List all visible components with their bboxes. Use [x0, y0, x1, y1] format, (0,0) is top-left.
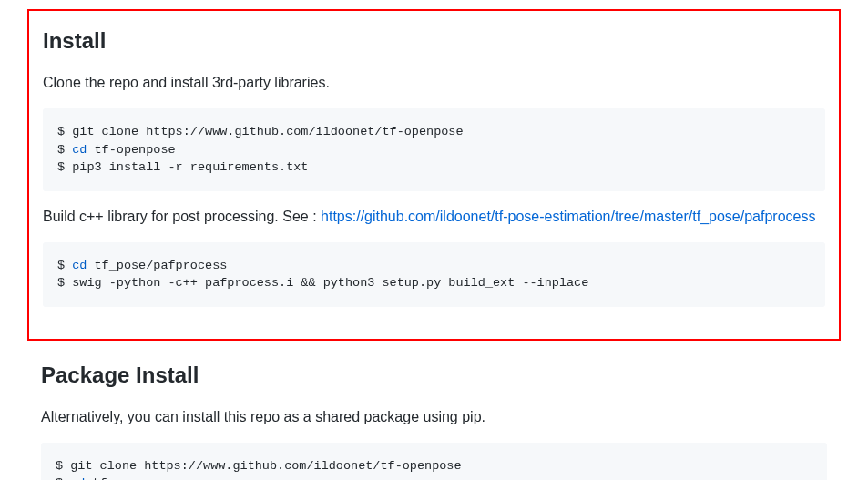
package-install-heading: Package Install: [41, 359, 827, 392]
install-code-block-1: $ git clone https://www.github.com/ildoo…: [43, 108, 825, 191]
code-text: pip3 install -r requirements.txt: [72, 160, 308, 174]
shell-prompt: $: [57, 259, 72, 272]
document-container: Install Clone the repo and install 3rd-p…: [0, 0, 868, 480]
code-text: tf-openpose: [85, 476, 173, 480]
build-text-prefix: Build c++ library for post processing. S…: [43, 209, 321, 224]
shell-prompt: $: [57, 125, 72, 138]
code-builtin: cd: [70, 476, 85, 480]
code-text: git clone https://www.github.com/ildoone…: [70, 459, 461, 473]
install-heading: Install: [43, 25, 825, 57]
install-code-block-2: $ cd tf_pose/pafprocess$ swig -python -c…: [43, 242, 825, 307]
code-text: tf_pose/pafprocess: [87, 259, 227, 272]
shell-prompt: $: [57, 143, 72, 157]
package-install-section: Package Install Alternatively, you can i…: [41, 359, 827, 480]
install-intro-text: Clone the repo and install 3rd-party lib…: [43, 72, 825, 94]
package-install-code-block: $ git clone https://www.github.com/ildoo…: [41, 443, 827, 480]
code-text: git clone https://www.github.com/ildoone…: [72, 125, 463, 138]
code-text: swig -python -c++ pafprocess.i && python…: [72, 276, 588, 290]
code-builtin: cd: [72, 259, 87, 272]
install-highlight-box: Install Clone the repo and install 3rd-p…: [27, 9, 841, 341]
install-build-text: Build c++ library for post processing. S…: [43, 206, 825, 228]
shell-prompt: $: [56, 476, 70, 480]
package-install-intro: Alternatively, you can install this repo…: [41, 406, 827, 428]
shell-prompt: $: [57, 276, 72, 290]
code-builtin: cd: [72, 143, 87, 157]
shell-prompt: $: [56, 459, 70, 473]
code-text: tf-openpose: [87, 143, 175, 157]
shell-prompt: $: [57, 160, 72, 174]
pafprocess-link[interactable]: https://github.com/ildoonet/tf-pose-esti…: [321, 209, 815, 224]
install-section: Install Clone the repo and install 3rd-p…: [43, 25, 825, 307]
